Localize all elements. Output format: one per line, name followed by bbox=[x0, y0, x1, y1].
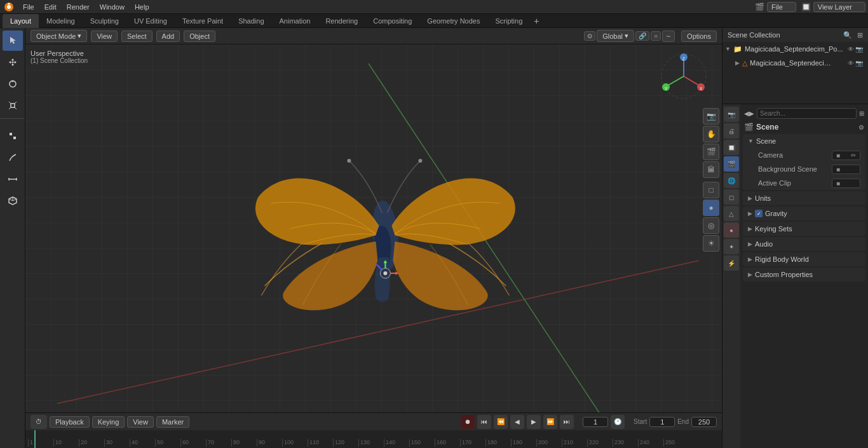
rendered-btn[interactable]: ☀ bbox=[703, 235, 719, 252]
playback-menu[interactable]: Playback bbox=[50, 416, 90, 428]
grab-view-btn[interactable]: ✋ bbox=[703, 126, 719, 142]
play-reverse-btn[interactable]: ◀ bbox=[510, 415, 524, 429]
material-btn[interactable]: ◎ bbox=[703, 217, 719, 234]
gravity-header[interactable]: ▶ ✓ Gravity bbox=[743, 207, 865, 221]
outliner-item-collection[interactable]: ▼ 📁 Magicicada_Septendecim_Po... 👁 📷 bbox=[722, 42, 868, 56]
menu-window[interactable]: Window bbox=[95, 2, 130, 12]
item2-render-btn[interactable]: 📷 bbox=[855, 60, 863, 67]
outliner-item-mesh[interactable]: ▶ △ Magicicada_Septendecim... 👁 📷 bbox=[722, 56, 868, 70]
tab-shading[interactable]: Shading bbox=[231, 14, 271, 28]
prop-tab-world[interactable]: 🌐 bbox=[724, 173, 739, 188]
outliner-filter-btn[interactable]: ⊞ bbox=[857, 31, 863, 39]
timeline-ruler[interactable]: 1 10 20 30 40 50 60 70 80 90 100 110 120… bbox=[25, 430, 722, 448]
outliner-search-btn[interactable]: 🔍 bbox=[843, 31, 852, 39]
snapping-btn[interactable]: 🔗 bbox=[635, 31, 649, 41]
menu-file[interactable]: File bbox=[18, 2, 39, 12]
tab-modeling[interactable]: Modeling bbox=[39, 14, 83, 28]
end-frame-input[interactable] bbox=[691, 417, 717, 427]
play-btn[interactable]: ▶ bbox=[527, 415, 541, 429]
solid-btn[interactable]: ● bbox=[703, 200, 719, 216]
axes-gizmo[interactable]: Z X Y bbox=[658, 51, 709, 102]
prop-tab-output[interactable]: 🖨 bbox=[724, 123, 739, 139]
frame-clock-btn[interactable]: 🕐 bbox=[611, 415, 625, 429]
pivot-point-btn[interactable]: ⊙ bbox=[584, 31, 595, 41]
jump-start-btn[interactable]: ⏮ bbox=[477, 415, 491, 429]
viewport-select-menu[interactable]: Select bbox=[121, 31, 153, 42]
gravity-checkbox[interactable]: ✓ bbox=[755, 210, 763, 217]
viewport-add-menu[interactable]: Add bbox=[156, 31, 180, 42]
viewport-object-menu[interactable]: Object bbox=[184, 31, 215, 42]
fcurve-btn[interactable]: ～ bbox=[662, 31, 675, 42]
tool-measure[interactable] bbox=[3, 169, 23, 189]
render-preview-btn[interactable]: 🎬 bbox=[703, 144, 719, 160]
marker-menu[interactable]: Marker bbox=[156, 416, 189, 428]
tool-transform[interactable] bbox=[3, 126, 23, 146]
options-btn[interactable]: Options bbox=[681, 31, 717, 42]
tab-geometry-nodes[interactable]: Geometry Nodes bbox=[419, 14, 487, 28]
tab-rendering[interactable]: Rendering bbox=[318, 14, 365, 28]
menu-edit[interactable]: Edit bbox=[39, 2, 62, 12]
keying-menu[interactable]: Keying bbox=[92, 416, 125, 428]
tab-uv-editing[interactable]: UV Editing bbox=[126, 14, 175, 28]
active-clip-value[interactable]: ■ bbox=[832, 179, 860, 188]
tool-move[interactable] bbox=[3, 52, 23, 72]
tab-compositing[interactable]: Compositing bbox=[365, 14, 419, 28]
jump-end-btn[interactable]: ⏭ bbox=[560, 415, 574, 429]
tab-scripting[interactable]: Scripting bbox=[487, 14, 530, 28]
current-frame-input[interactable] bbox=[583, 417, 608, 427]
custom-props-header[interactable]: ▶ Custom Properties bbox=[743, 268, 865, 282]
add-workspace-btn[interactable]: + bbox=[530, 15, 543, 27]
prop-tab-material[interactable]: ● bbox=[724, 222, 739, 238]
scene-section-header[interactable]: ▼ Scene bbox=[743, 134, 865, 148]
prop-nav-icon[interactable]: ◀▶ bbox=[744, 110, 754, 117]
menu-help[interactable]: Help bbox=[130, 2, 154, 12]
units-header[interactable]: ▶ Units bbox=[743, 191, 865, 205]
audio-header[interactable]: ▶ Audio bbox=[743, 237, 865, 251]
tool-rotate[interactable] bbox=[3, 74, 23, 94]
step-forward-btn[interactable]: ⏩ bbox=[543, 415, 557, 429]
prop-tab-object[interactable]: ◻ bbox=[724, 189, 739, 205]
tool-select[interactable] bbox=[3, 31, 23, 51]
scene-settings-btn[interactable]: ⚙ bbox=[858, 124, 864, 131]
start-frame-input[interactable] bbox=[649, 417, 675, 427]
prop-tab-mesh[interactable]: △ bbox=[724, 206, 739, 221]
timeline-menu-btn[interactable]: ⏱ bbox=[31, 415, 47, 429]
prop-tab-render[interactable]: 📷 bbox=[724, 107, 739, 122]
tab-animation[interactable]: Animation bbox=[272, 14, 318, 28]
keying-sets-header[interactable]: ▶ Keying Sets bbox=[743, 222, 865, 236]
step-back-btn[interactable]: ⏪ bbox=[494, 415, 508, 429]
item2-hide-btn[interactable]: 👁 bbox=[848, 60, 854, 67]
camera-edit-icon[interactable]: ✏ bbox=[851, 152, 856, 159]
prop-tab-scene[interactable]: 🎬 bbox=[724, 156, 739, 172]
tab-texture-paint[interactable]: Texture Paint bbox=[175, 14, 231, 28]
rigid-body-header[interactable]: ▶ Rigid Body World bbox=[743, 252, 865, 266]
prop-filter-icon[interactable]: ⊞ bbox=[859, 110, 864, 117]
transform-space-selector[interactable]: Global ▾ bbox=[597, 30, 634, 42]
record-btn[interactable]: ⏺ bbox=[461, 415, 475, 429]
camera-view-btn[interactable]: 📷 bbox=[703, 108, 719, 125]
item-render-btn[interactable]: 📷 bbox=[855, 46, 863, 53]
camera-value[interactable]: ■ ✏ bbox=[832, 151, 860, 160]
tab-sculpting[interactable]: Sculpting bbox=[83, 14, 126, 28]
menu-render[interactable]: Render bbox=[62, 2, 95, 12]
proportional-edit-btn[interactable]: ○ bbox=[651, 31, 661, 41]
prop-tab-physics[interactable]: ⚡ bbox=[724, 255, 739, 271]
prop-tab-particles[interactable]: ✦ bbox=[724, 239, 739, 254]
wireframe-btn[interactable]: □ bbox=[703, 182, 719, 198]
tool-annotate[interactable] bbox=[3, 147, 23, 168]
tl-mark-190: 190 bbox=[511, 439, 536, 447]
viewport-view-menu[interactable]: View bbox=[91, 31, 118, 42]
tab-layout[interactable]: Layout bbox=[3, 14, 39, 28]
timeline-view-menu[interactable]: View bbox=[127, 416, 154, 428]
item-hide-btn[interactable]: 👁 bbox=[848, 46, 854, 53]
scene-selector[interactable]: File bbox=[767, 2, 796, 12]
tool-add-cube[interactable] bbox=[3, 191, 23, 211]
tool-scale[interactable] bbox=[3, 95, 23, 116]
viewport-canvas[interactable]: User Perspective (1) Scene Collection Z … bbox=[25, 44, 722, 412]
collection-visibility-btn[interactable]: 🏛 bbox=[703, 161, 719, 178]
prop-search[interactable] bbox=[757, 108, 857, 119]
mode-selector[interactable]: Object Mode ▾ bbox=[31, 30, 87, 42]
bg-scene-value[interactable]: ■ bbox=[832, 165, 860, 174]
prop-tab-view-layer[interactable]: 🔲 bbox=[724, 140, 739, 155]
view-layer-selector[interactable]: View Layer bbox=[813, 2, 865, 12]
